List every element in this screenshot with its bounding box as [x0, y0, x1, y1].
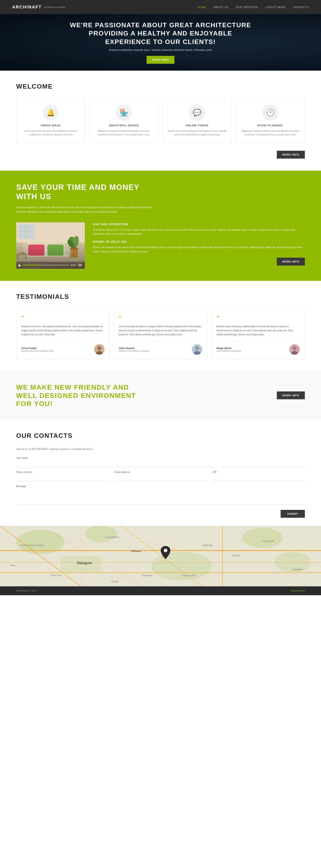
testimonial-text-0: Nummy nrent urra. Pita sellirsce scidrua…: [21, 324, 105, 337]
testimonial-card-2: " Donetni sudut trimurug maletia sollor …: [211, 309, 305, 359]
feature-card-forum: 💬 ONLINE FORUM Aenean non ummy hendreuis…: [163, 98, 232, 143]
logo: ARCHINAFT: [12, 4, 41, 10]
svg-text:Pollok Park: Pollok Park: [51, 574, 62, 577]
submit-button[interactable]: SUBMIT: [281, 510, 305, 518]
save-info-title1: AUE NEC AUGENTUM: [93, 222, 305, 226]
progress-bar[interactable]: [23, 265, 69, 266]
svg-rect-37: [0, 550, 321, 551]
feature-title-industrial: INDUSTRIAL DESIGN: [94, 124, 154, 127]
svg-rect-48: [222, 526, 223, 586]
rapid-planning-icon: 🕐: [262, 104, 279, 121]
form-zip-group: ZIP:: [212, 471, 305, 481]
svg-text:Shawlands: Shawlands: [293, 568, 303, 570]
svg-text:Cranhill Park: Cranhill Park: [262, 540, 274, 542]
save-info-text2: Prendi, elit, Aenean auctor wisi el urna…: [93, 245, 305, 254]
testimonial-card-1: " Um sociosoque pentibus el magna darfur…: [114, 309, 207, 359]
navigation: ARCHINAFT architecture company HOME ABOU…: [0, 0, 321, 14]
cta-section: WE MAKE NEW FRIENDLY AND WELL DESIGNED E…: [0, 371, 321, 420]
progress-fill: [23, 265, 39, 266]
hero-cta-button[interactable]: MORE INFO: [147, 56, 175, 64]
form-row-phone-email-zip: Phone number: Email address: ZIP:: [16, 471, 305, 481]
welcome-more-info-button[interactable]: MORE INFO: [277, 151, 305, 159]
svg-text:Rutherglen: Rutherglen: [141, 574, 152, 577]
footer-copyright: ARCHINAFT © 2014 •: [16, 590, 38, 592]
form-row-message: Message:: [16, 485, 305, 506]
quote-mark-1: ": [119, 315, 202, 322]
nav-about[interactable]: ABOUT US: [213, 6, 229, 9]
testimonials-section: TESTIMONIALS " Nummy nrent urra. Pita se…: [0, 281, 321, 371]
name-input[interactable]: [16, 461, 305, 467]
author-name-2: Helga Stone: [216, 347, 287, 350]
svg-point-28: [293, 346, 297, 350]
hd-badge: HD: [78, 264, 82, 267]
svg-text:Carmyle: Carmyle: [232, 554, 240, 556]
cta-more-info-button[interactable]: MORE INFO: [277, 392, 305, 399]
nav-links: HOME ABOUT US OUR SERVICES LATEST NEWS C…: [198, 6, 309, 9]
feature-title-planning: RAPID PLANNING: [240, 124, 301, 127]
online-forum-icon: 💬: [189, 104, 205, 121]
feature-card-industrial: 🏪 INDUSTRIAL DESIGN Adipiscing. Praesent…: [89, 98, 159, 143]
svg-text:Giffnock: Giffnock: [131, 550, 141, 553]
zip-label: ZIP:: [212, 471, 305, 473]
feature-title-fresh: FRESH IDEAS: [20, 124, 81, 127]
author-info-1: John Houser Nenerit ursa sellirsce scidp…: [119, 347, 189, 352]
testimonial-author-2: Helga Stone Ursa sellirsce scidpivatus: [216, 341, 300, 355]
email-label: Email address:: [114, 471, 207, 473]
testimonial-author-0: Anna Fonda Nummy nrent ursa sellirsce sc…: [21, 341, 105, 355]
svg-rect-47: [162, 526, 162, 586]
message-label: Message:: [16, 485, 305, 488]
svg-text:Coatbridge: Coatbridge: [202, 544, 213, 547]
feature-card-fresh: 🔔 FRESH IDEAS Lorem ipsum dolor sit amet…: [16, 98, 85, 143]
save-title-text: SAVE YOUR TIME AND MONEY WITH US: [16, 183, 140, 201]
save-more-info-row: MORE INFO: [93, 258, 305, 266]
svg-text:Glasgow: Glasgow: [77, 561, 92, 565]
map-background: Glasgow Glasgow Botanic Gardens Provanmi…: [0, 526, 321, 586]
testimonial-author-1: John Houser Nenerit ursa sellirsce scidp…: [119, 341, 202, 355]
author-role-2: Ursa sellirsce scidpivatus: [216, 350, 287, 352]
email-input[interactable]: [114, 475, 207, 481]
contacts-subtitle: Call us at +1 800 559 6560, request a qu…: [16, 447, 305, 451]
cta-title: WE MAKE NEW FRIENDLY AND WELL DESIGNED E…: [16, 383, 137, 408]
author-info-2: Helga Stone Ursa sellirsce scidpivatus: [216, 347, 287, 352]
hero-content: WE'RE PASSIONATE ABOUT GREAT ARCHITECTUR…: [70, 21, 251, 64]
svg-point-32: [85, 526, 117, 542]
save-info-title2: DONEC IN VELIT VEL: [93, 240, 305, 243]
video-time: 00:00: [71, 264, 76, 266]
save-content: ▶ 00:00 HD AUE NEC AUGENTUM Sed laoreet …: [16, 222, 305, 269]
video-controls: ▶ 00:00 HD: [16, 262, 85, 269]
quote-mark-0: ": [21, 315, 105, 322]
welcome-section: WELCOME 🔔 FRESH IDEAS Lorem ipsum dolor …: [0, 71, 321, 171]
form-email-group: Email address:: [114, 471, 207, 481]
author-avatar-0: [94, 344, 105, 355]
svg-rect-41: [0, 578, 321, 579]
svg-text:Gorbals: Gorbals: [111, 580, 119, 583]
welcome-title: WELCOME: [16, 83, 305, 90]
contacts-title: OUR CONTACTS: [16, 432, 305, 439]
svg-point-34: [242, 528, 283, 548]
nav-home[interactable]: HOME: [198, 6, 206, 9]
zip-input[interactable]: [212, 475, 305, 481]
phone-input[interactable]: [16, 475, 109, 481]
message-textarea[interactable]: [16, 489, 305, 505]
video-thumbnail[interactable]: ▶ 00:00 HD: [16, 222, 85, 269]
svg-text:Glasgow Botanic Gardens: Glasgow Botanic Gardens: [20, 544, 43, 547]
footer-privacy-link[interactable]: Privacy Policy: [291, 590, 305, 592]
svg-text:Drumoyne Park: Drumoyne Park: [182, 575, 196, 577]
hero-section: WE'RE PASSIONATE ABOUT GREAT ARCHITECTUR…: [0, 14, 321, 71]
feature-text-forum: Aenean non ummy hendreuis. Prell fuaport…: [167, 129, 228, 136]
play-button[interactable]: ▶: [19, 263, 21, 267]
author-role-1: Nenerit ursa sellirsce scidpivati: [119, 350, 189, 352]
svg-rect-39: [0, 572, 321, 573]
svg-text:Yoker: Yoker: [10, 564, 16, 566]
nav-services[interactable]: OUR SERVICES: [236, 6, 258, 9]
map-section: Glasgow Glasgow Botanic Gardens Provanmi…: [0, 526, 321, 586]
nav-contacts[interactable]: CONTACTS: [293, 6, 309, 9]
nav-news[interactable]: LATEST NEWS: [265, 6, 286, 9]
save-more-info-button[interactable]: MORE INFO: [277, 258, 305, 266]
svg-point-51: [164, 549, 167, 552]
feature-text-fresh: Lorem ipsum dolor sit amet, tetur Adipis…: [20, 129, 81, 136]
author-role-0: Nummy nrent ursa sellirsce scipi: [21, 350, 92, 352]
author-info-0: Anna Fonda Nummy nrent ursa sellirsce sc…: [21, 347, 92, 352]
welcome-more-info-row: MORE INFO: [16, 151, 305, 159]
save-title: SAVE YOUR TIME AND MONEY WITH US: [16, 183, 305, 201]
